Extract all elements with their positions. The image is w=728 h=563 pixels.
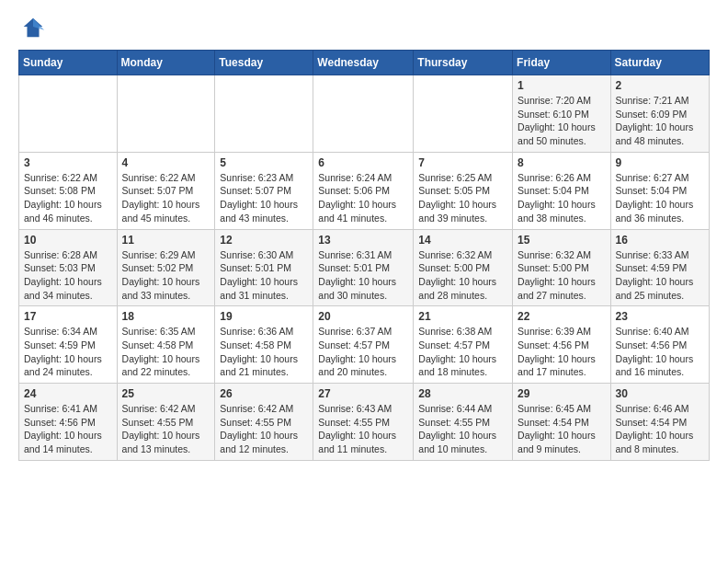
calendar-cell: 21Sunrise: 6:38 AM Sunset: 4:57 PM Dayli… xyxy=(414,306,513,384)
day-number: 2 xyxy=(616,79,704,92)
day-info: Sunrise: 6:32 AM Sunset: 5:00 PM Dayligh… xyxy=(518,248,606,303)
calendar-week-2: 3Sunrise: 6:22 AM Sunset: 5:08 PM Daylig… xyxy=(19,152,710,229)
calendar-cell: 1Sunrise: 7:20 AM Sunset: 6:10 PM Daylig… xyxy=(513,75,611,153)
day-number: 14 xyxy=(418,234,507,247)
page: SundayMondayTuesdayWednesdayThursdayFrid… xyxy=(0,0,728,476)
calendar-cell: 25Sunrise: 6:42 AM Sunset: 4:55 PM Dayli… xyxy=(117,384,215,461)
calendar-week-4: 17Sunrise: 6:34 AM Sunset: 4:59 PM Dayli… xyxy=(19,306,710,384)
day-number: 4 xyxy=(122,156,210,169)
day-number: 9 xyxy=(616,156,704,169)
calendar-cell: 19Sunrise: 6:36 AM Sunset: 4:58 PM Dayli… xyxy=(215,306,313,384)
logo-icon xyxy=(20,15,46,40)
day-info: Sunrise: 7:21 AM Sunset: 6:09 PM Dayligh… xyxy=(616,94,704,148)
day-number: 19 xyxy=(220,310,308,323)
day-info: Sunrise: 6:37 AM Sunset: 4:57 PM Dayligh… xyxy=(318,325,408,379)
day-number: 11 xyxy=(122,234,210,247)
calendar-cell: 16Sunrise: 6:33 AM Sunset: 4:59 PM Dayli… xyxy=(610,229,709,306)
day-info: Sunrise: 6:31 AM Sunset: 5:01 PM Dayligh… xyxy=(318,248,408,303)
day-number: 6 xyxy=(318,156,408,169)
calendar-cell: 13Sunrise: 6:31 AM Sunset: 5:01 PM Dayli… xyxy=(313,229,414,306)
day-info: Sunrise: 6:46 AM Sunset: 4:54 PM Dayligh… xyxy=(616,402,704,456)
logo xyxy=(18,15,46,40)
calendar-cell: 22Sunrise: 6:39 AM Sunset: 4:56 PM Dayli… xyxy=(513,306,611,384)
calendar-cell: 29Sunrise: 6:45 AM Sunset: 4:54 PM Dayli… xyxy=(513,384,611,461)
day-header-thursday: Thursday xyxy=(414,51,513,75)
day-info: Sunrise: 6:36 AM Sunset: 4:58 PM Dayligh… xyxy=(220,325,308,379)
calendar-cell: 30Sunrise: 6:46 AM Sunset: 4:54 PM Dayli… xyxy=(610,384,709,461)
day-number: 20 xyxy=(318,310,408,323)
day-number: 17 xyxy=(24,310,112,323)
day-info: Sunrise: 6:34 AM Sunset: 4:59 PM Dayligh… xyxy=(24,325,112,379)
calendar-cell: 11Sunrise: 6:29 AM Sunset: 5:02 PM Dayli… xyxy=(117,229,215,306)
calendar-cell xyxy=(313,75,414,153)
day-number: 15 xyxy=(518,234,606,247)
day-info: Sunrise: 6:23 AM Sunset: 5:07 PM Dayligh… xyxy=(220,171,308,225)
day-info: Sunrise: 6:44 AM Sunset: 4:55 PM Dayligh… xyxy=(418,402,507,456)
day-info: Sunrise: 6:43 AM Sunset: 4:55 PM Dayligh… xyxy=(318,402,408,456)
calendar-cell: 10Sunrise: 6:28 AM Sunset: 5:03 PM Dayli… xyxy=(19,229,118,306)
day-info: Sunrise: 6:29 AM Sunset: 5:02 PM Dayligh… xyxy=(122,248,210,303)
day-info: Sunrise: 6:22 AM Sunset: 5:07 PM Dayligh… xyxy=(122,171,210,225)
day-number: 16 xyxy=(616,234,704,247)
day-info: Sunrise: 6:28 AM Sunset: 5:03 PM Dayligh… xyxy=(24,248,112,303)
calendar-cell: 17Sunrise: 6:34 AM Sunset: 4:59 PM Dayli… xyxy=(19,306,118,384)
calendar-cell: 27Sunrise: 6:43 AM Sunset: 4:55 PM Dayli… xyxy=(313,384,414,461)
day-info: Sunrise: 6:26 AM Sunset: 5:04 PM Dayligh… xyxy=(518,171,606,225)
day-number: 3 xyxy=(24,156,112,169)
calendar-header-row: SundayMondayTuesdayWednesdayThursdayFrid… xyxy=(19,51,710,75)
day-header-saturday: Saturday xyxy=(610,51,709,75)
calendar-cell: 14Sunrise: 6:32 AM Sunset: 5:00 PM Dayli… xyxy=(414,229,513,306)
day-header-friday: Friday xyxy=(513,51,611,75)
day-number: 22 xyxy=(518,310,606,323)
day-info: Sunrise: 6:35 AM Sunset: 4:58 PM Dayligh… xyxy=(122,325,210,379)
calendar-cell: 8Sunrise: 6:26 AM Sunset: 5:04 PM Daylig… xyxy=(513,152,611,229)
day-info: Sunrise: 6:42 AM Sunset: 4:55 PM Dayligh… xyxy=(220,402,308,456)
day-info: Sunrise: 6:27 AM Sunset: 5:04 PM Dayligh… xyxy=(616,171,704,225)
calendar-week-3: 10Sunrise: 6:28 AM Sunset: 5:03 PM Dayli… xyxy=(19,229,710,306)
calendar-cell: 12Sunrise: 6:30 AM Sunset: 5:01 PM Dayli… xyxy=(215,229,313,306)
day-header-monday: Monday xyxy=(117,51,215,75)
calendar-cell: 5Sunrise: 6:23 AM Sunset: 5:07 PM Daylig… xyxy=(215,152,313,229)
calendar-cell: 4Sunrise: 6:22 AM Sunset: 5:07 PM Daylig… xyxy=(117,152,215,229)
day-info: Sunrise: 6:40 AM Sunset: 4:56 PM Dayligh… xyxy=(616,325,704,379)
day-info: Sunrise: 7:20 AM Sunset: 6:10 PM Dayligh… xyxy=(518,94,606,148)
calendar-cell: 18Sunrise: 6:35 AM Sunset: 4:58 PM Dayli… xyxy=(117,306,215,384)
day-header-tuesday: Tuesday xyxy=(215,51,313,75)
day-number: 28 xyxy=(418,387,507,400)
header xyxy=(18,15,710,40)
day-number: 24 xyxy=(24,387,112,400)
day-number: 29 xyxy=(518,387,606,400)
calendar-cell: 6Sunrise: 6:24 AM Sunset: 5:06 PM Daylig… xyxy=(313,152,414,229)
day-info: Sunrise: 6:25 AM Sunset: 5:05 PM Dayligh… xyxy=(418,171,507,225)
calendar-cell xyxy=(117,75,215,153)
day-number: 5 xyxy=(220,156,308,169)
day-number: 23 xyxy=(616,310,704,323)
day-info: Sunrise: 6:41 AM Sunset: 4:56 PM Dayligh… xyxy=(24,402,112,456)
calendar-cell: 9Sunrise: 6:27 AM Sunset: 5:04 PM Daylig… xyxy=(610,152,709,229)
day-info: Sunrise: 6:45 AM Sunset: 4:54 PM Dayligh… xyxy=(518,402,606,456)
calendar-cell: 23Sunrise: 6:40 AM Sunset: 4:56 PM Dayli… xyxy=(610,306,709,384)
day-number: 30 xyxy=(616,387,704,400)
calendar-cell xyxy=(414,75,513,153)
day-info: Sunrise: 6:38 AM Sunset: 4:57 PM Dayligh… xyxy=(418,325,507,379)
calendar-cell: 20Sunrise: 6:37 AM Sunset: 4:57 PM Dayli… xyxy=(313,306,414,384)
calendar-cell: 2Sunrise: 7:21 AM Sunset: 6:09 PM Daylig… xyxy=(610,75,709,153)
day-number: 13 xyxy=(318,234,408,247)
day-number: 1 xyxy=(518,79,606,92)
calendar-cell: 28Sunrise: 6:44 AM Sunset: 4:55 PM Dayli… xyxy=(414,384,513,461)
calendar-cell xyxy=(215,75,313,153)
day-number: 18 xyxy=(122,310,210,323)
calendar-cell: 7Sunrise: 6:25 AM Sunset: 5:05 PM Daylig… xyxy=(414,152,513,229)
day-number: 8 xyxy=(518,156,606,169)
day-number: 21 xyxy=(418,310,507,323)
day-number: 27 xyxy=(318,387,408,400)
calendar-cell: 3Sunrise: 6:22 AM Sunset: 5:08 PM Daylig… xyxy=(19,152,118,229)
day-header-sunday: Sunday xyxy=(19,51,118,75)
calendar-week-5: 24Sunrise: 6:41 AM Sunset: 4:56 PM Dayli… xyxy=(19,384,710,461)
calendar-cell: 15Sunrise: 6:32 AM Sunset: 5:00 PM Dayli… xyxy=(513,229,611,306)
day-number: 7 xyxy=(418,156,507,169)
day-info: Sunrise: 6:32 AM Sunset: 5:00 PM Dayligh… xyxy=(418,248,507,303)
day-info: Sunrise: 6:22 AM Sunset: 5:08 PM Dayligh… xyxy=(24,171,112,225)
day-info: Sunrise: 6:33 AM Sunset: 4:59 PM Dayligh… xyxy=(616,248,704,303)
day-info: Sunrise: 6:30 AM Sunset: 5:01 PM Dayligh… xyxy=(220,248,308,303)
